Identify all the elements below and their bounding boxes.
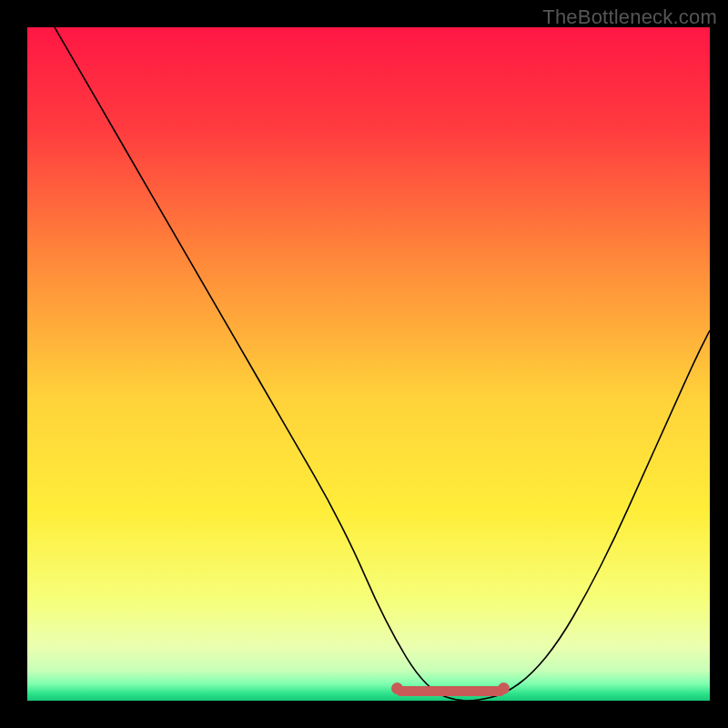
bottleneck-curve — [27, 27, 710, 701]
optimal-zone-dot-left — [391, 682, 403, 694]
optimal-zone-marker — [396, 686, 505, 696]
optimal-zone-dot-right — [498, 682, 510, 694]
attribution-text: TheBottleneck.com — [542, 5, 717, 29]
plot-area — [27, 27, 710, 701]
